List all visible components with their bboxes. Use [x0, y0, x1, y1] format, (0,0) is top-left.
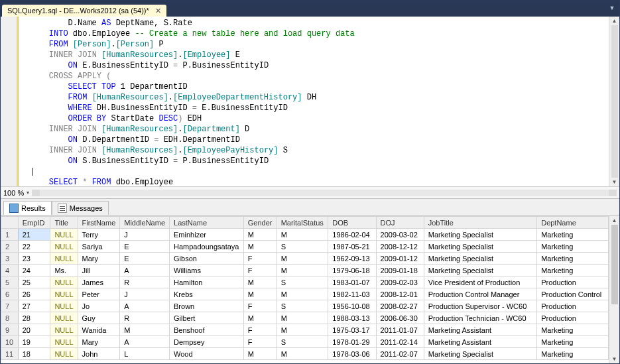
- table-cell[interactable]: Mary: [78, 336, 120, 348]
- table-cell[interactable]: 22: [18, 241, 50, 253]
- table-cell[interactable]: F: [243, 336, 277, 348]
- table-cell[interactable]: Production Supervisor - WC60: [424, 300, 536, 312]
- table-cell[interactable]: Marketing: [537, 265, 609, 276]
- column-header[interactable]: LastName: [170, 217, 244, 229]
- table-cell[interactable]: 26: [18, 288, 50, 300]
- row-number-cell[interactable]: 8: [1, 312, 19, 324]
- table-cell[interactable]: Hampadoungsataya: [170, 241, 244, 253]
- table-cell[interactable]: E: [120, 253, 170, 265]
- table-cell[interactable]: 2008-12-12: [376, 241, 424, 253]
- table-cell[interactable]: Production: [537, 312, 609, 324]
- table-cell[interactable]: S: [277, 336, 328, 348]
- table-cell[interactable]: M: [243, 312, 277, 324]
- table-cell[interactable]: Williams: [170, 265, 244, 276]
- table-cell[interactable]: M: [277, 229, 328, 241]
- table-cell[interactable]: 21: [18, 229, 50, 241]
- table-cell[interactable]: NULL: [50, 253, 78, 265]
- tab-results[interactable]: Results: [3, 201, 52, 215]
- table-cell[interactable]: 1978-01-29: [328, 336, 376, 348]
- table-cell[interactable]: Wanida: [78, 324, 120, 336]
- table-cell[interactable]: Brown: [170, 300, 244, 312]
- table-cell[interactable]: 1983-01-07: [328, 276, 376, 288]
- table-cell[interactable]: 2011-01-07: [376, 324, 424, 336]
- row-number-cell[interactable]: 6: [1, 288, 19, 300]
- table-cell[interactable]: Marketing Assistant: [424, 336, 536, 348]
- table-cell[interactable]: S: [277, 276, 328, 288]
- table-cell[interactable]: 19: [18, 336, 50, 348]
- table-header-row[interactable]: EmpIDTitleFirstNameMiddleNameLastNameGen…: [1, 217, 609, 229]
- table-cell[interactable]: 2009-01-18: [376, 265, 424, 276]
- table-cell[interactable]: NULL: [50, 288, 78, 300]
- table-cell[interactable]: 1962-09-13: [328, 253, 376, 265]
- column-header[interactable]: DeptName: [537, 217, 609, 229]
- table-cell[interactable]: NULL: [50, 348, 78, 360]
- table-cell[interactable]: 1986-02-04: [328, 229, 376, 241]
- table-cell[interactable]: Production: [537, 300, 609, 312]
- table-cell[interactable]: Terry: [78, 229, 120, 241]
- table-cell[interactable]: M: [243, 276, 277, 288]
- table-cell[interactable]: 27: [18, 300, 50, 312]
- table-row[interactable]: 424Ms.JillAWilliamsFM1979-06-182009-01-1…: [1, 265, 609, 276]
- table-cell[interactable]: Marketing Specialist: [424, 241, 536, 253]
- table-cell[interactable]: Benshoof: [170, 324, 244, 336]
- results-grid[interactable]: EmpIDTitleFirstNameMiddleNameLastNameGen…: [1, 216, 609, 363]
- table-cell[interactable]: 23: [18, 253, 50, 265]
- table-cell[interactable]: Wood: [170, 348, 244, 360]
- table-cell[interactable]: Dempsey: [170, 336, 244, 348]
- table-cell[interactable]: Gibson: [170, 253, 244, 265]
- table-cell[interactable]: 2008-12-01: [376, 288, 424, 300]
- code-editor[interactable]: D.Name AS DeptName, S.Rate INTO dbo.Empl…: [1, 17, 619, 186]
- table-cell[interactable]: F: [243, 253, 277, 265]
- column-header[interactable]: Gender: [243, 217, 277, 229]
- editor-vertical-scrollbar[interactable]: ▲ ▼: [609, 17, 619, 186]
- table-cell[interactable]: M: [243, 348, 277, 360]
- table-cell[interactable]: 2008-02-27: [376, 300, 424, 312]
- scroll-down-icon[interactable]: ▼: [612, 179, 617, 185]
- table-cell[interactable]: NULL: [50, 300, 78, 312]
- table-cell[interactable]: M: [277, 348, 328, 360]
- zoom-level[interactable]: 100 %: [3, 189, 24, 197]
- table-row[interactable]: 121NULLTerryJEminhizerMM1986-02-042009-0…: [1, 229, 609, 241]
- table-cell[interactable]: S: [277, 241, 328, 253]
- table-cell[interactable]: Marketing Specialist: [424, 265, 536, 276]
- table-cell[interactable]: Ms.: [50, 265, 78, 276]
- row-number-cell[interactable]: 5: [1, 276, 19, 288]
- table-cell[interactable]: Marketing: [537, 324, 609, 336]
- editor-horizontal-scrollbar[interactable]: [32, 190, 617, 196]
- table-cell[interactable]: M: [277, 312, 328, 324]
- scroll-thumb[interactable]: [611, 25, 618, 178]
- table-cell[interactable]: E: [120, 241, 170, 253]
- column-header[interactable]: DOJ: [376, 217, 424, 229]
- table-cell[interactable]: Marketing Specialist: [424, 348, 536, 360]
- row-number-cell[interactable]: 3: [1, 253, 19, 265]
- table-cell[interactable]: J: [120, 288, 170, 300]
- table-cell[interactable]: NULL: [50, 241, 78, 253]
- table-cell[interactable]: 24: [18, 265, 50, 276]
- table-cell[interactable]: Peter: [78, 288, 120, 300]
- column-header[interactable]: Title: [50, 217, 78, 229]
- table-cell[interactable]: S: [277, 300, 328, 312]
- table-cell[interactable]: NULL: [50, 312, 78, 324]
- code-body[interactable]: D.Name AS DeptName, S.Rate INTO dbo.Empl…: [19, 17, 609, 186]
- table-row[interactable]: 727NULLJoABrownFS1956-10-082008-02-27Pro…: [1, 300, 609, 312]
- column-header[interactable]: MiddleName: [120, 217, 170, 229]
- table-cell[interactable]: 1956-10-08: [328, 300, 376, 312]
- zoom-dropdown-icon[interactable]: ▾: [27, 190, 29, 196]
- table-cell[interactable]: 2011-02-07: [376, 348, 424, 360]
- row-number-cell[interactable]: 9: [1, 324, 19, 336]
- scroll-up-icon[interactable]: ▲: [612, 217, 617, 223]
- row-number-cell[interactable]: 7: [1, 300, 19, 312]
- table-cell[interactable]: 18: [18, 348, 50, 360]
- table-cell[interactable]: 1987-05-21: [328, 241, 376, 253]
- table-cell[interactable]: F: [243, 300, 277, 312]
- close-icon[interactable]: ✕: [155, 7, 162, 15]
- table-cell[interactable]: 2011-02-14: [376, 336, 424, 348]
- table-cell[interactable]: 1975-03-17: [328, 324, 376, 336]
- table-cell[interactable]: Krebs: [170, 288, 244, 300]
- column-header[interactable]: MaritalStatus: [277, 217, 328, 229]
- table-cell[interactable]: M: [277, 324, 328, 336]
- tab-dropdown-icon[interactable]: ▼: [607, 3, 617, 13]
- table-row[interactable]: 1019NULLMaryADempseyFS1978-01-292011-02-…: [1, 336, 609, 348]
- row-number-cell[interactable]: 4: [1, 265, 19, 276]
- table-cell[interactable]: Production Technician - WC60: [424, 312, 536, 324]
